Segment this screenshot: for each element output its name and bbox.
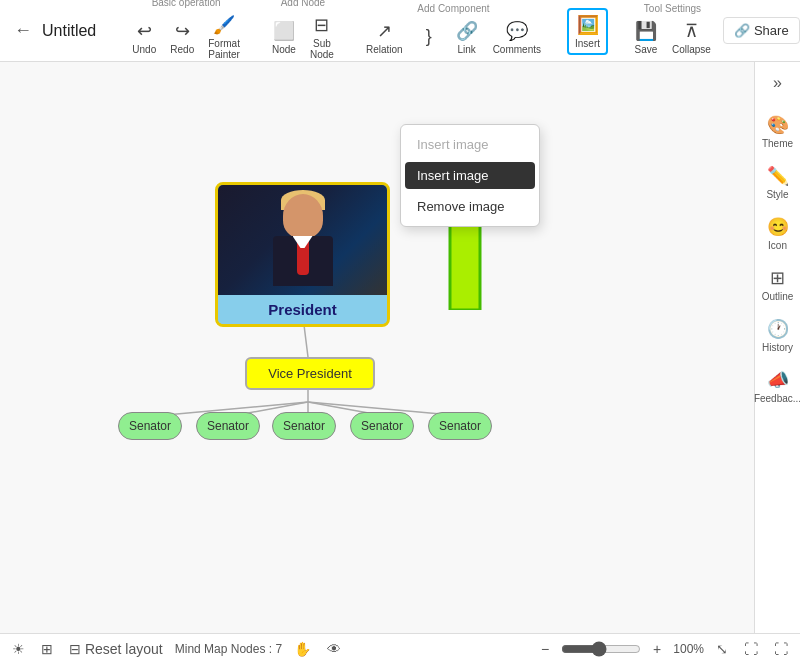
style-label: Style bbox=[766, 189, 788, 200]
format-painter-icon: 🖌️ bbox=[213, 14, 235, 36]
link-button[interactable]: 🔗 Link bbox=[449, 16, 485, 59]
icon-icon: 😊 bbox=[767, 216, 789, 238]
relation-icon: ↗ bbox=[377, 20, 392, 42]
outline-label: Outline bbox=[762, 291, 794, 302]
save-label: Save bbox=[635, 44, 658, 55]
feedback-label: Feedbac... bbox=[754, 393, 800, 404]
eye-button[interactable]: 👁 bbox=[323, 639, 345, 659]
share-icon: 🔗 bbox=[734, 23, 750, 38]
sub-node-button[interactable]: ⊟ Sub Node bbox=[304, 10, 340, 64]
basic-operation-items: ↩ Undo ↪ Redo 🖌️ Format Painter bbox=[126, 10, 246, 64]
vp-node[interactable]: Vice President bbox=[245, 357, 375, 390]
fullscreen-button[interactable]: ⛶ bbox=[740, 639, 762, 659]
add-node-group: Add Node ⬜ Node ⊟ Sub Node bbox=[266, 0, 340, 64]
relation-button[interactable]: ↗ Relation bbox=[360, 16, 409, 59]
expand-button[interactable]: ⛶ bbox=[770, 639, 792, 659]
senator-5-label: Senator bbox=[439, 419, 481, 433]
add-component-label: Add Component bbox=[417, 3, 489, 14]
sub-node-icon: ⊟ bbox=[314, 14, 329, 36]
style-icon: ✏️ bbox=[767, 165, 789, 187]
redo-label: Redo bbox=[170, 44, 194, 55]
reset-layout-button[interactable]: ⊟ Reset layout bbox=[65, 639, 167, 659]
share-label: Share bbox=[754, 23, 789, 38]
undo-label: Undo bbox=[132, 44, 156, 55]
vp-node-label: Vice President bbox=[268, 366, 352, 381]
undo-icon: ↩ bbox=[137, 20, 152, 42]
zoom-slider[interactable] bbox=[561, 641, 641, 657]
tool-settings-group: Tool Settings 💾 Save ⊼ Collapse bbox=[628, 3, 717, 59]
insert-dropdown: Insert image Insert image Remove image bbox=[400, 124, 540, 227]
insert-items: 🖼️ Insert bbox=[567, 8, 608, 55]
share-button[interactable]: 🔗 Share bbox=[723, 17, 800, 44]
sidebar-item-theme[interactable]: 🎨 Theme bbox=[757, 108, 799, 155]
format-painter-button[interactable]: 🖌️ Format Painter bbox=[202, 10, 246, 64]
remove-image-item[interactable]: Remove image bbox=[401, 191, 539, 222]
sidebar-item-history[interactable]: 🕐 History bbox=[757, 312, 799, 359]
node-button[interactable]: ⬜ Node bbox=[266, 16, 302, 59]
insert-button[interactable]: 🖼️ Insert bbox=[567, 8, 608, 55]
feedback-icon: 📣 bbox=[767, 369, 789, 391]
zoom-out-button[interactable]: − bbox=[537, 639, 553, 659]
senator-node-5[interactable]: Senator bbox=[428, 412, 492, 440]
senator-node-1[interactable]: Senator bbox=[118, 412, 182, 440]
senator-1-label: Senator bbox=[129, 419, 171, 433]
trump-figure bbox=[258, 190, 348, 290]
senator-node-3[interactable]: Senator bbox=[272, 412, 336, 440]
sidebar-item-outline[interactable]: ⊞ Outline bbox=[757, 261, 799, 308]
collapse-icon: ⊼ bbox=[685, 20, 698, 42]
right-sidebar: » 🎨 Theme ✏️ Style 😊 Icon ⊞ Outline 🕐 Hi… bbox=[754, 62, 800, 633]
senator-2-label: Senator bbox=[207, 419, 249, 433]
link-label: Link bbox=[457, 44, 475, 55]
comments-button[interactable]: 💬 Comments bbox=[487, 16, 547, 59]
insert-image-item[interactable]: Insert image bbox=[401, 129, 539, 160]
reset-layout-label: Reset layout bbox=[85, 641, 163, 657]
basic-operation-group: Basic operation ↩ Undo ↪ Redo 🖌️ Format … bbox=[126, 0, 246, 64]
theme-icon: 🎨 bbox=[767, 114, 789, 136]
fit-screen-button[interactable]: ⤡ bbox=[712, 639, 732, 659]
main-area: President Vice President Senator Senator… bbox=[0, 62, 800, 633]
summary-button[interactable]: } bbox=[411, 22, 447, 53]
collapse-button[interactable]: ⊼ Collapse bbox=[666, 16, 717, 59]
sidebar-item-icon[interactable]: 😊 Icon bbox=[757, 210, 799, 257]
brightness-button[interactable]: ☀ bbox=[8, 639, 29, 659]
statusbar-left: ☀ ⊞ ⊟ Reset layout Mind Map Nodes : 7 ✋ … bbox=[8, 639, 345, 659]
president-node[interactable]: President bbox=[215, 182, 390, 327]
add-component-group: Add Component ↗ Relation } 🔗 Link 💬 Comm… bbox=[360, 3, 547, 59]
save-button[interactable]: 💾 Save bbox=[628, 16, 664, 59]
canvas[interactable]: President Vice President Senator Senator… bbox=[0, 62, 754, 633]
summary-icon: } bbox=[426, 26, 432, 47]
sidebar-item-style[interactable]: ✏️ Style bbox=[757, 159, 799, 206]
senator-3-label: Senator bbox=[283, 419, 325, 433]
sidebar-item-feedback[interactable]: 📣 Feedbac... bbox=[757, 363, 799, 410]
insert-image-highlighted[interactable]: Insert image bbox=[405, 162, 535, 189]
history-icon: 🕐 bbox=[767, 318, 789, 340]
insert-icon: 🖼️ bbox=[577, 14, 599, 36]
insert-group: 🖼️ Insert bbox=[567, 6, 608, 55]
zoom-in-button[interactable]: + bbox=[649, 639, 665, 659]
add-node-label: Add Node bbox=[281, 0, 325, 8]
senator-node-4[interactable]: Senator bbox=[350, 412, 414, 440]
document-title: Untitled bbox=[42, 22, 96, 40]
senator-node-2[interactable]: Senator bbox=[196, 412, 260, 440]
node-icon: ⬜ bbox=[273, 20, 295, 42]
redo-button[interactable]: ↪ Redo bbox=[164, 16, 200, 59]
back-button[interactable]: ← bbox=[8, 16, 38, 45]
insert-button-label: Insert bbox=[575, 38, 600, 49]
sidebar-collapse-button[interactable]: » bbox=[769, 70, 786, 96]
comments-icon: 💬 bbox=[506, 20, 528, 42]
comments-label: Comments bbox=[493, 44, 541, 55]
mind-map-nodes-label: Mind Map Nodes : 7 bbox=[175, 642, 282, 656]
undo-button[interactable]: ↩ Undo bbox=[126, 16, 162, 59]
redo-icon: ↪ bbox=[175, 20, 190, 42]
president-node-label: President bbox=[218, 295, 387, 324]
save-icon: 💾 bbox=[635, 20, 657, 42]
statusbar: ☀ ⊞ ⊟ Reset layout Mind Map Nodes : 7 ✋ … bbox=[0, 633, 800, 663]
sub-node-label: Sub Node bbox=[310, 38, 334, 60]
connector-lines bbox=[0, 62, 754, 633]
tool-settings-label: Tool Settings bbox=[644, 3, 701, 14]
grid-button[interactable]: ⊞ bbox=[37, 639, 57, 659]
outline-icon: ⊞ bbox=[770, 267, 785, 289]
hand-tool-button[interactable]: ✋ bbox=[290, 639, 315, 659]
senator-4-label: Senator bbox=[361, 419, 403, 433]
collapse-label: Collapse bbox=[672, 44, 711, 55]
